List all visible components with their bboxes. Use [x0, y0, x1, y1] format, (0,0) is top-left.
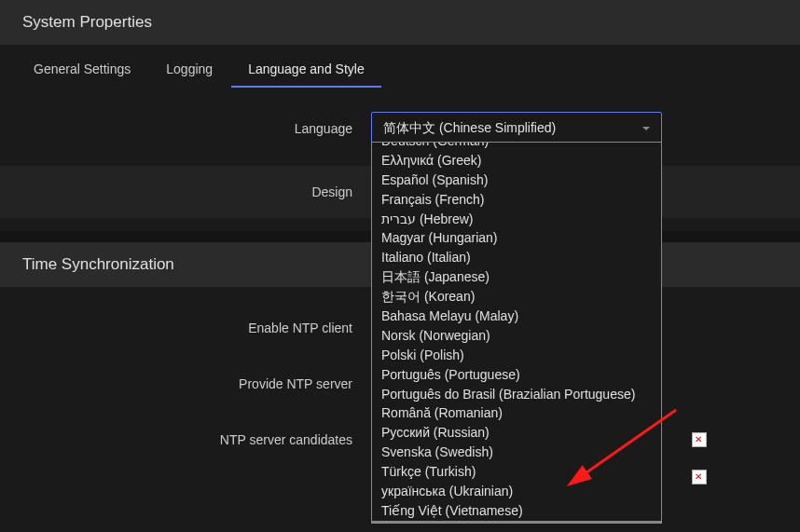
label-provide-ntp: Provide NTP server	[0, 376, 371, 391]
dropdown-option[interactable]: Português do Brasil (Brazialian Portugue…	[372, 385, 661, 404]
tab-general-settings[interactable]: General Settings	[17, 52, 147, 88]
section-system-properties: System Properties	[0, 0, 800, 45]
dropdown-option[interactable]: Русский (Russian)	[372, 423, 661, 443]
dropdown-option[interactable]: Svenska (Swedish)	[372, 443, 661, 462]
select-language-value: 简体中文 (Chinese Simplified)	[383, 120, 556, 137]
tab-language-and-style[interactable]: Language and Style	[231, 52, 381, 88]
chevron-down-icon	[642, 127, 650, 130]
tabs-bar: General Settings Logging Language and St…	[0, 45, 800, 88]
label-enable-ntp: Enable NTP client	[0, 321, 371, 335]
broken-image-icon[interactable]	[692, 470, 707, 484]
dropdown-option[interactable]: Deutsch (German)	[372, 142, 661, 151]
dropdown-option[interactable]: Ελληνικά (Greek)	[372, 151, 661, 171]
dropdown-option[interactable]: Bahasa Melayu (Malay)	[372, 307, 661, 326]
dropdown-option[interactable]: Tiếng Việt (Vietnamese)	[372, 501, 661, 521]
section-title: System Properties	[22, 13, 152, 31]
dropdown-language[interactable]: Deutsch (German)Ελληνικά (Greek)Español …	[371, 142, 662, 524]
label-language: Language	[0, 121, 371, 136]
dropdown-option[interactable]: עברית (Hebrew)	[372, 210, 661, 229]
section-title: Time Synchronization	[22, 255, 174, 273]
dropdown-option[interactable]: 日本語 (Japanese)	[372, 267, 661, 287]
dropdown-option[interactable]: Norsk (Norwegian)	[372, 326, 661, 346]
dropdown-option[interactable]: Magyar (Hungarian)	[372, 228, 661, 248]
dropdown-option[interactable]: Français (French)	[372, 190, 661, 210]
select-language[interactable]: 简体中文 (Chinese Simplified)	[371, 112, 662, 145]
dropdown-option[interactable]: Español (Spanish)	[372, 171, 661, 190]
dropdown-option[interactable]: українська (Ukrainian)	[372, 482, 661, 501]
dropdown-option[interactable]: Polski (Polish)	[372, 346, 661, 365]
dropdown-option[interactable]: Türkçe (Turkish)	[372, 462, 661, 482]
broken-image-icon[interactable]	[692, 432, 707, 447]
dropdown-option[interactable]: Português (Portuguese)	[372, 365, 661, 385]
dropdown-option[interactable]: 한국어 (Korean)	[372, 287, 661, 307]
dropdown-option[interactable]: Română (Romanian)	[372, 403, 661, 423]
tab-logging[interactable]: Logging	[149, 52, 229, 88]
dropdown-option[interactable]: 简体中文 (Chinese Simplified)	[372, 521, 661, 524]
label-design: Design	[0, 184, 371, 199]
label-ntp-candidates: NTP server candidates	[0, 432, 371, 447]
dropdown-option[interactable]: Italiano (Italian)	[372, 248, 661, 267]
